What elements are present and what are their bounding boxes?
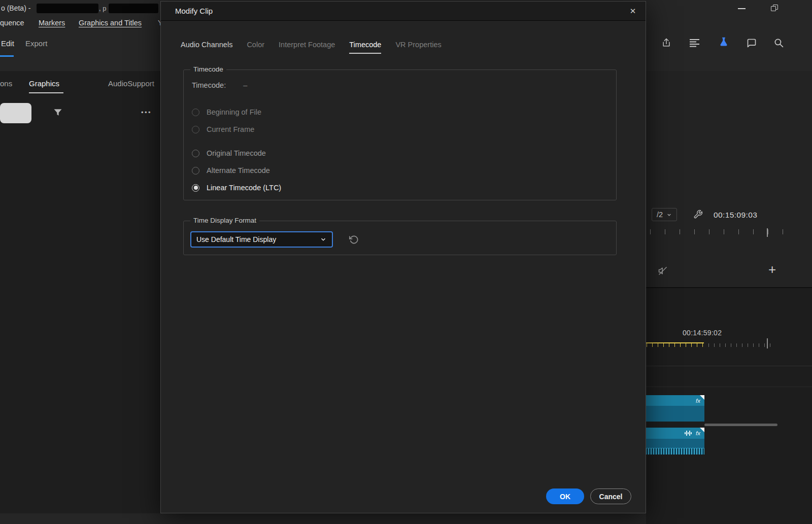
timecode-radio-group: Beginning of File Current Frame Original… xyxy=(192,103,281,196)
modify-clip-dialog: Modify Clip ✕ Audio Channels Color Inter… xyxy=(160,1,646,513)
reset-undo-icon[interactable] xyxy=(349,235,359,247)
window-title-fragment: , p xyxy=(99,5,106,12)
list-stack-icon[interactable] xyxy=(690,39,700,49)
beta-flask-icon[interactable] xyxy=(718,36,729,50)
tab-color[interactable]: Color xyxy=(247,41,264,54)
playback-resolution-dropdown[interactable]: /2 xyxy=(652,208,677,221)
search-icon[interactable] xyxy=(774,38,784,50)
video-clip-header: fx xyxy=(646,395,704,406)
dialog-tab-bar: Audio Channels Color Interpret Footage T… xyxy=(181,41,442,54)
radio-icon xyxy=(192,184,199,192)
timecode-field-value: – xyxy=(243,81,247,89)
dropdown-value: Use Default Time Display xyxy=(196,235,276,243)
timecode-field-label: Timecode: xyxy=(192,81,226,89)
project-panel: ons Graphics AudioSupport ••• xyxy=(0,71,160,513)
settings-wrench-icon[interactable] xyxy=(693,209,703,221)
chat-feedback-icon[interactable] xyxy=(747,38,757,50)
radio-label: Beginning of File xyxy=(207,108,261,116)
time-display-format-dropdown[interactable]: Use Default Time Display xyxy=(190,231,333,248)
workspace-tab-edit[interactable]: Edit xyxy=(1,39,14,48)
tab-vr-properties[interactable]: VR Properties xyxy=(395,41,441,54)
redacted-title-block xyxy=(109,4,158,13)
time-display-format-legend: Time Display Format xyxy=(190,217,259,224)
time-display-format-group: Time Display Format Use Default Time Dis… xyxy=(183,221,617,255)
chevron-down-icon xyxy=(666,212,672,218)
timeline-ruler-marker xyxy=(767,338,768,348)
monitor-ruler-ticks xyxy=(650,229,783,234)
window-restore-button[interactable] xyxy=(771,6,776,11)
window-minimize-button[interactable] xyxy=(738,8,746,9)
left-background-region: o (Beta) - , p quence Markers Graphics a… xyxy=(0,0,160,524)
tab-interpret-footage[interactable]: Interpret Footage xyxy=(279,41,335,54)
timecode-group-legend: Timecode xyxy=(190,65,226,73)
audio-waveform xyxy=(646,448,704,455)
tab-audio-channels[interactable]: Audio Channels xyxy=(181,41,232,54)
radio-current-frame: Current Frame xyxy=(192,121,281,138)
video-clip[interactable]: fx xyxy=(646,395,704,422)
panel-more-options-button[interactable]: ••• xyxy=(141,109,152,116)
filter-icon[interactable] xyxy=(53,108,63,120)
dialog-button-row: OK Cancel xyxy=(546,488,631,504)
radio-icon xyxy=(192,126,199,133)
radio-label: Linear Timecode (LTC) xyxy=(207,184,281,192)
active-tab-underline xyxy=(0,55,14,57)
timecode-field: Timecode: – xyxy=(192,81,247,89)
panel-tab-graphics[interactable]: Graphics xyxy=(29,79,59,88)
timeline-timecode[interactable]: 00:14:59:02 xyxy=(683,329,722,337)
panel-tab-transitions[interactable]: ons xyxy=(0,79,12,88)
close-icon[interactable]: ✕ xyxy=(626,5,639,18)
resolution-value: /2 xyxy=(657,211,663,219)
monitor-timecode[interactable]: 00:15:09:03 xyxy=(714,211,757,220)
radio-icon xyxy=(192,150,199,157)
radio-beginning-of-file: Beginning of File xyxy=(192,103,281,121)
clip-end-marker xyxy=(700,395,704,400)
audio-clip[interactable]: fx xyxy=(646,428,704,455)
timeline-ruler-ticks-highlight xyxy=(647,343,704,347)
radio-original-timecode[interactable]: Original Timecode xyxy=(192,145,281,162)
radio-icon xyxy=(192,167,199,174)
menu-markers[interactable]: Markers xyxy=(39,19,65,27)
radio-alternate-timecode[interactable]: Alternate Timecode xyxy=(192,162,281,179)
menu-sequence[interactable]: quence xyxy=(0,19,24,27)
timeline-horizontal-scrollbar[interactable] xyxy=(704,424,777,426)
panel-tab-audiosupport[interactable]: AudioSupport xyxy=(108,79,154,88)
tab-timecode[interactable]: Timecode xyxy=(349,41,381,54)
cancel-button[interactable]: Cancel xyxy=(590,488,631,504)
clip-end-marker xyxy=(700,428,704,432)
chevron-down-icon xyxy=(320,236,327,243)
audio-clip-header: fx xyxy=(646,428,704,439)
radio-label: Alternate Timecode xyxy=(207,166,270,174)
add-button[interactable]: + xyxy=(768,262,776,277)
track-divider xyxy=(646,387,812,387)
dialog-titlebar[interactable]: Modify Clip ✕ xyxy=(161,2,646,21)
mute-audio-icon[interactable] xyxy=(658,266,668,278)
workspace-tab-export[interactable]: Export xyxy=(25,39,47,48)
monitor-ruler-marker xyxy=(767,228,768,237)
radio-label: Original Timecode xyxy=(207,149,266,157)
waveform-icon xyxy=(685,430,692,436)
timeline-ruler-ticks xyxy=(708,343,773,347)
dialog-title: Modify Clip xyxy=(175,7,213,15)
ok-button[interactable]: OK xyxy=(546,488,584,504)
radio-icon xyxy=(192,109,199,116)
active-panel-tab-underline xyxy=(29,92,63,93)
timecode-group: Timecode Timecode: – Beginning of File C… xyxy=(183,69,617,200)
menu-graphics-and-titles[interactable]: Graphics and Titles xyxy=(79,19,142,27)
track-divider xyxy=(646,366,812,366)
program-monitor-panel xyxy=(646,71,812,287)
radio-linear-timecode-ltc[interactable]: Linear Timecode (LTC) xyxy=(192,179,281,196)
radio-label: Current Frame xyxy=(207,125,254,133)
window-title: o (Beta) - xyxy=(1,4,30,12)
panel-toolbar-button[interactable] xyxy=(0,103,31,123)
redacted-title-block xyxy=(37,4,98,13)
export-share-icon[interactable] xyxy=(661,38,671,50)
